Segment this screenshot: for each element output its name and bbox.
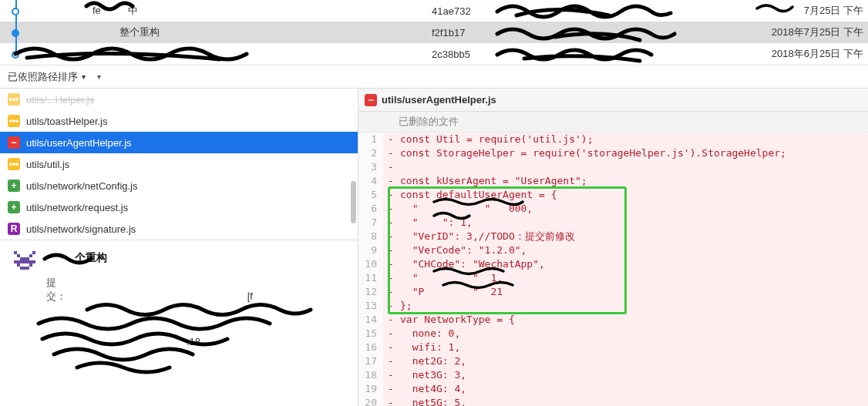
code-line: 14-var NetworkType = { bbox=[358, 313, 868, 327]
code-text bbox=[399, 160, 868, 174]
code-text: net5G: 5, bbox=[399, 396, 868, 406]
file-row[interactable]: + utils/network/request.js bbox=[0, 196, 358, 218]
line-number: 1 bbox=[358, 133, 383, 146]
sort-dropdown[interactable]: 已依照路径排序 bbox=[8, 70, 86, 84]
file-row[interactable]: ••• utils/util.js bbox=[0, 153, 358, 175]
diff-marker: - bbox=[383, 202, 399, 216]
line-number: 13 bbox=[358, 299, 383, 313]
file-row[interactable]: ••• utils/...Helper.js bbox=[0, 89, 358, 110]
commit-detail-panel: XXXX个重构 提交： xxxxxxxxxxxxxxxxxxxxxxxxxxxx… bbox=[0, 240, 358, 406]
commit-list: feXXXX中 41ae732 2018年7月25日 下午 XXXX整个重构 f… bbox=[0, 0, 868, 65]
line-number: 5 bbox=[358, 188, 383, 202]
code-text: const StorageHelper = require('storageHe… bbox=[399, 146, 868, 160]
code-line: 10- "CHCode": "WechatApp", bbox=[358, 257, 868, 271]
commit-time-row: xxxxxxxxxxxxxxxxxxxxxxxxxxxx:18 bbox=[46, 336, 347, 347]
line-number: 18 bbox=[358, 368, 383, 382]
file-row[interactable]: − utils/userAgentHelper.js bbox=[0, 132, 358, 153]
hunk-header: 已删除的文件 bbox=[358, 112, 868, 133]
code-text: var NetworkType = { bbox=[399, 313, 868, 327]
svg-rect-2 bbox=[17, 254, 20, 257]
diff-marker: - bbox=[383, 396, 399, 406]
diff-marker: - bbox=[383, 133, 399, 146]
added-icon: + bbox=[8, 201, 20, 213]
diff-marker: - bbox=[383, 160, 399, 174]
commit-hash: f2f1b17 bbox=[432, 27, 509, 39]
code-line: 3- bbox=[358, 160, 868, 174]
diff-file-header: − utils/userAgentHelper.js bbox=[358, 89, 868, 112]
commit-row[interactable]: XXXX整个重构 f2f1b17 2018年7月25日 下午 bbox=[0, 22, 868, 43]
line-number: 20 bbox=[358, 396, 383, 406]
diff-marker: - bbox=[383, 188, 399, 202]
code-text: net3G: 3, bbox=[399, 368, 868, 382]
file-path: utils/network/request.js bbox=[26, 202, 128, 213]
commit-hash: 41ae732 bbox=[432, 5, 509, 17]
code-text: net4G: 4, bbox=[399, 382, 868, 396]
commit-date: 2018年7月25日 下午 bbox=[752, 4, 868, 18]
code-line: 9- "VerCode": "1.2.0", bbox=[358, 243, 868, 257]
code-line: 16- wifi: 1, bbox=[358, 341, 868, 354]
line-number: 14 bbox=[358, 313, 383, 327]
modified-icon: ••• bbox=[8, 158, 20, 170]
svg-rect-0 bbox=[14, 251, 17, 254]
svg-rect-1 bbox=[32, 251, 35, 254]
scrollbar[interactable] bbox=[351, 181, 356, 223]
code-text: net2G: 2, bbox=[399, 354, 868, 368]
svg-rect-7 bbox=[29, 263, 32, 267]
svg-rect-4 bbox=[20, 257, 29, 260]
line-number: 8 bbox=[358, 230, 383, 243]
code-line: 13-}; bbox=[358, 299, 868, 313]
file-row[interactable]: ••• utils/toastHelper.js bbox=[0, 110, 358, 132]
diff-marker: - bbox=[383, 257, 399, 271]
diff-filename: utils/userAgentHelper.js bbox=[382, 94, 496, 106]
code-text: "CHCode": "WechatApp", bbox=[399, 257, 868, 271]
code-text: none: 0, bbox=[399, 327, 868, 341]
svg-rect-8 bbox=[20, 267, 29, 270]
view-mode-dropdown[interactable] bbox=[93, 72, 101, 81]
diff-body[interactable]: 已删除的文件 1-const Util = require('util.js')… bbox=[358, 112, 868, 406]
code-text: const Util = require('util.js'); bbox=[399, 133, 868, 146]
commit-meta-row bbox=[46, 307, 347, 318]
line-number: 2 bbox=[358, 146, 383, 160]
diff-marker: - bbox=[383, 368, 399, 382]
line-number: 17 bbox=[358, 354, 383, 368]
diff-marker: - bbox=[383, 271, 399, 285]
code-text: }; bbox=[399, 299, 868, 313]
commit-message: feXXXX中 bbox=[23, 4, 432, 18]
commit-hash-row: 提交： xxxxxxxxxxxxxxxxxxxxxxxxxxxxxxxxxx[f bbox=[46, 276, 347, 304]
diff-marker: - bbox=[383, 313, 399, 327]
code-text: " " 000, bbox=[399, 202, 868, 216]
diff-marker: - bbox=[383, 243, 399, 257]
code-line: 8- "VerID": 3,//TODO：提交前修改 bbox=[358, 230, 868, 243]
code-line: 17- net2G: 2, bbox=[358, 354, 868, 368]
diff-marker: - bbox=[383, 230, 399, 243]
code-line: 19- net4G: 4, bbox=[358, 382, 868, 396]
line-number: 11 bbox=[358, 271, 383, 285]
commit-row[interactable]: 2c38bb5 2018年6月25日 下午 bbox=[0, 43, 868, 65]
file-path: utils/...Helper.js bbox=[26, 94, 94, 106]
line-number: 4 bbox=[358, 174, 383, 188]
line-number: 9 bbox=[358, 243, 383, 257]
code-line: 4-const kUserAgent = "UserAgent"; bbox=[358, 174, 868, 188]
code-text: wifi: 1, bbox=[399, 341, 868, 354]
file-row[interactable]: R utils/network/signature.js bbox=[0, 218, 358, 240]
diff-marker: - bbox=[383, 382, 399, 396]
file-row[interactable]: + utils/network/netConfig.js bbox=[0, 175, 358, 196]
code-line: 2-const StorageHelper = require('storage… bbox=[358, 146, 868, 160]
commit-message: XXXX整个重构 bbox=[23, 25, 432, 39]
commit-date: 2018年7月25日 下午 bbox=[752, 25, 868, 39]
commit-detail-title: XXXX个重构 bbox=[46, 251, 347, 265]
code-line: 5-const defaultUserAgent = { bbox=[358, 188, 868, 202]
code-text: "VerCode": "1.2.0", bbox=[399, 243, 868, 257]
code-line: 6- " " 000, bbox=[358, 202, 868, 216]
commit-row[interactable]: feXXXX中 41ae732 2018年7月25日 下午 bbox=[0, 0, 868, 22]
deleted-icon: − bbox=[8, 136, 20, 149]
svg-rect-6 bbox=[17, 263, 20, 267]
line-number: 7 bbox=[358, 216, 383, 230]
line-number: 3 bbox=[358, 160, 383, 174]
file-path: utils/toastHelper.js bbox=[26, 116, 108, 127]
commit-graph-cell bbox=[0, 22, 23, 43]
renamed-icon: R bbox=[8, 223, 20, 235]
diff-marker: - bbox=[383, 285, 399, 299]
avatar bbox=[11, 248, 39, 276]
commit-graph-cell bbox=[0, 43, 23, 65]
